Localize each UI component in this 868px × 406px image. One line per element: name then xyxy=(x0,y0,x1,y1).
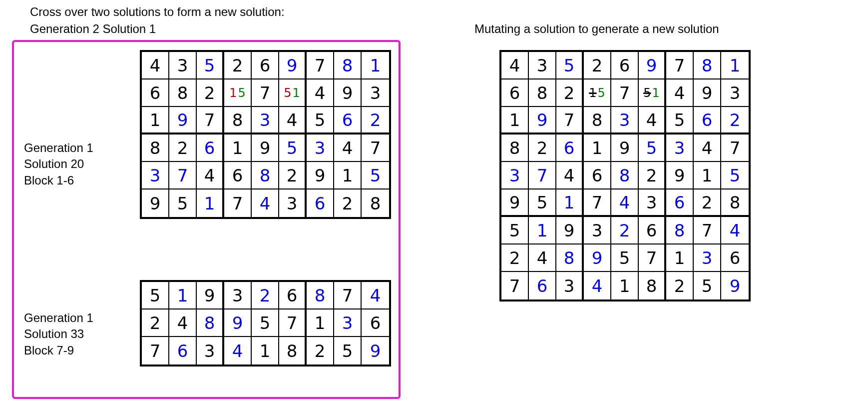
sudoku-cell: 8 xyxy=(501,134,529,162)
sudoku-cell: 2 xyxy=(666,272,694,300)
sudoku-cell: 7 xyxy=(584,190,611,217)
sudoku-cell: 7 xyxy=(197,107,224,134)
sudoku-cell: 2 xyxy=(694,190,721,217)
sudoku-cell: 9 xyxy=(611,134,639,162)
mutation-digit: 5 xyxy=(643,87,651,99)
sudoku-cell: 3 xyxy=(362,80,389,107)
sudoku-cell: 3 xyxy=(721,80,749,107)
sudoku-cell: 5 xyxy=(362,162,389,190)
sudoku-cell: 3 xyxy=(142,162,169,190)
sudoku-cell: 15 xyxy=(584,80,611,107)
sudoku-cell: 5 xyxy=(307,107,334,134)
sudoku-cell: 9 xyxy=(529,107,556,134)
sudoku-cell: 5 xyxy=(197,52,224,80)
sudoku-cell: 5 xyxy=(694,272,721,300)
sudoku-cell: 1 xyxy=(142,107,169,134)
sudoku-cell: 2 xyxy=(639,162,666,190)
sudoku-cell: 3 xyxy=(611,107,639,134)
label-block-1-6: Generation 1 Solution 20 Block 1-6 xyxy=(24,140,93,188)
sudoku-cell: 7 xyxy=(611,80,639,107)
sudoku-cell: 1 xyxy=(584,134,611,162)
sudoku-cell: 7 xyxy=(529,162,556,190)
sudoku-cell: 2 xyxy=(224,52,252,80)
sudoku-cell: 6 xyxy=(666,190,694,217)
sudoku-cell: 2 xyxy=(307,337,334,364)
sudoku-cell: 7 xyxy=(307,52,334,80)
sudoku-cell: 4 xyxy=(584,272,611,300)
sudoku-cell: 8 xyxy=(252,162,279,190)
sudoku-cell: 3 xyxy=(169,52,197,80)
sudoku-cell: 4 xyxy=(529,244,556,272)
sudoku-cell: 8 xyxy=(639,272,666,300)
mutation-digit: 1 xyxy=(229,87,237,99)
sudoku-cell: 8 xyxy=(721,190,749,217)
sudoku-cell: 9 xyxy=(556,217,584,244)
sudoku-cell: 8 xyxy=(694,52,721,80)
label-block-7-9: Generation 1 Solution 33 Block 7-9 xyxy=(24,310,93,358)
sudoku-cell: 4 xyxy=(694,134,721,162)
sudoku-cell: 8 xyxy=(279,337,307,364)
crossover-title-line2: Generation 2 Solution 1 xyxy=(30,22,156,36)
sudoku-cell: 1 xyxy=(197,190,224,217)
sudoku-cell: 6 xyxy=(556,134,584,162)
sudoku-cell: 6 xyxy=(584,162,611,190)
sudoku-cell: 7 xyxy=(224,190,252,217)
sudoku-cell: 6 xyxy=(197,134,224,162)
sudoku-cell: 6 xyxy=(501,80,529,107)
sudoku-grid-top: 4352697816821575149319783456282619534737… xyxy=(140,50,391,219)
sudoku-cell: 4 xyxy=(142,52,169,80)
sudoku-cell: 3 xyxy=(529,52,556,80)
sudoku-cell: 5 xyxy=(334,337,362,364)
sudoku-cell: 9 xyxy=(197,282,224,310)
sudoku-cell: 7 xyxy=(169,162,197,190)
sudoku-cell: 1 xyxy=(169,282,197,310)
sudoku-cell: 5 xyxy=(721,162,749,190)
sudoku-cell: 3 xyxy=(197,337,224,364)
sudoku-cell: 9 xyxy=(252,134,279,162)
sudoku-cell: 8 xyxy=(224,107,252,134)
sudoku-cell: 8 xyxy=(169,80,197,107)
sudoku-cell: 6 xyxy=(142,80,169,107)
sudoku-cell: 9 xyxy=(639,52,666,80)
sudoku-cell: 2 xyxy=(584,52,611,80)
sudoku-cell: 2 xyxy=(197,80,224,107)
sudoku-grid-mutation: 4352697816821575149319783456282619534737… xyxy=(499,50,751,302)
sudoku-cell: 5 xyxy=(529,190,556,217)
sudoku-cell: 4 xyxy=(169,310,197,337)
sudoku-grid-bottom: 519326874248957136763418259 xyxy=(140,280,391,366)
sudoku-cell: 1 xyxy=(252,337,279,364)
sudoku-cell: 8 xyxy=(307,282,334,310)
sudoku-cell: 5 xyxy=(279,134,307,162)
sudoku-cell: 9 xyxy=(142,190,169,217)
sudoku-cell: 4 xyxy=(721,217,749,244)
sudoku-cell: 4 xyxy=(334,134,362,162)
sudoku-cell: 6 xyxy=(362,310,389,337)
sudoku-cell: 2 xyxy=(334,190,362,217)
sudoku-cell: 1 xyxy=(307,310,334,337)
sudoku-cell: 3 xyxy=(694,244,721,272)
sudoku-cell: 5 xyxy=(611,244,639,272)
sudoku-cell: 3 xyxy=(639,190,666,217)
sudoku-cell: 1 xyxy=(556,190,584,217)
sudoku-cell: 15 xyxy=(224,80,252,107)
sudoku-cell: 8 xyxy=(334,52,362,80)
sudoku-cell: 1 xyxy=(721,52,749,80)
sudoku-cell: 7 xyxy=(721,134,749,162)
sudoku-cell: 7 xyxy=(694,217,721,244)
sudoku-cell: 2 xyxy=(252,282,279,310)
sudoku-cell: 9 xyxy=(501,190,529,217)
sudoku-cell: 5 xyxy=(142,282,169,310)
crossover-title-line1: Cross over two solutions to form a new s… xyxy=(30,5,285,19)
sudoku-cell: 1 xyxy=(611,272,639,300)
sudoku-cell: 51 xyxy=(639,80,666,107)
sudoku-cell: 7 xyxy=(279,310,307,337)
sudoku-cell: 2 xyxy=(142,310,169,337)
sudoku-cell: 4 xyxy=(197,162,224,190)
sudoku-cell: 4 xyxy=(666,80,694,107)
sudoku-cell: 4 xyxy=(279,107,307,134)
sudoku-cell: 8 xyxy=(556,244,584,272)
sudoku-cell: 2 xyxy=(362,107,389,134)
sudoku-cell: 5 xyxy=(666,107,694,134)
sudoku-cell: 9 xyxy=(169,107,197,134)
sudoku-cell: 7 xyxy=(666,52,694,80)
